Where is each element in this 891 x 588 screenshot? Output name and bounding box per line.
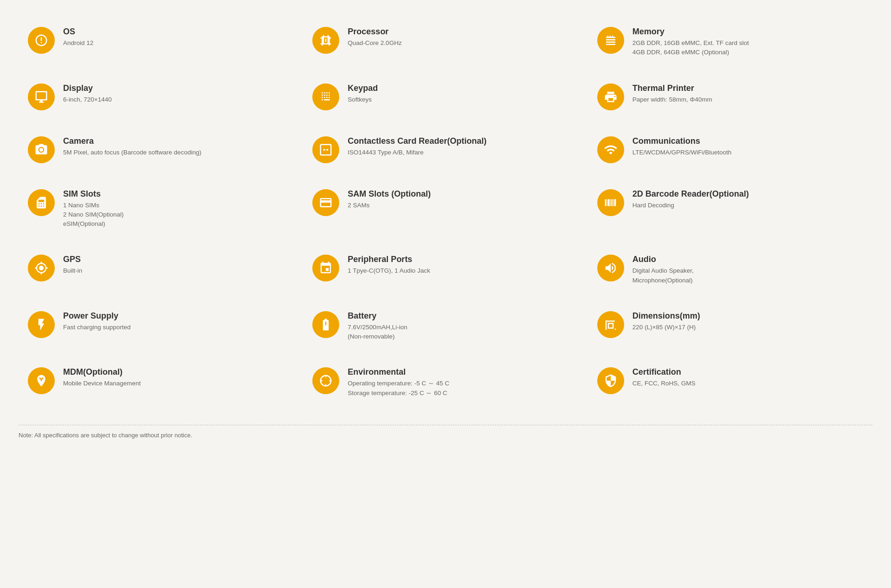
dimensions-icon [597, 311, 624, 338]
spec-title-sim: SIM Slots [63, 189, 124, 199]
ports-icon [312, 255, 339, 281]
sim-icon [28, 189, 55, 216]
spec-title-gps: GPS [63, 255, 82, 264]
spec-desc-barcode: Hard Decoding [633, 201, 749, 210]
spec-item-sim: SIM Slots1 Nano SIMs2 Nano SIM(Optional)… [19, 176, 303, 242]
nfc-icon [312, 136, 339, 163]
spec-item-processor: ProcessorQuad-Core 2.0GHz [303, 14, 588, 70]
spec-desc-audio: Digital Audio Speaker,Microphone(Optiona… [633, 266, 694, 285]
os-icon [28, 27, 55, 54]
spec-desc-ports: 1 Tpye-C(OTG), 1 Audio Jack [348, 266, 430, 275]
spec-desc-os: Android 12 [63, 38, 93, 48]
audio-icon [597, 255, 624, 281]
spec-desc-communications: LTE/WCDMA/GPRS/WiFi/Bluetooth [633, 148, 732, 157]
spec-item-camera: Camera5M Pixel, auto focus (Barcode soft… [19, 123, 303, 176]
spec-title-power: Power Supply [63, 311, 131, 321]
processor-icon [312, 27, 339, 54]
spec-item-audio: AudioDigital Audio Speaker,Microphone(Op… [588, 242, 872, 298]
barcode-icon [597, 189, 624, 216]
spec-item-memory: Memory2GB DDR, 16GB eMMC, Ext. TF card s… [588, 14, 872, 70]
signal-icon [597, 136, 624, 163]
spec-desc-memory: 2GB DDR, 16GB eMMC, Ext. TF card slot4GB… [633, 38, 749, 58]
certification-icon [597, 367, 624, 394]
spec-item-environmental: EnvironmentalOperating temperature: -5 C… [303, 354, 588, 411]
spec-item-battery: Battery7.6V/2500mAH,Li-ion(Non-removable… [303, 298, 588, 355]
spec-item-contactless: Contactless Card Reader(Optional)ISO1444… [303, 123, 588, 176]
spec-item-os: OSAndroid 12 [19, 14, 303, 70]
spec-desc-sam: 2 SAMs [348, 201, 431, 210]
spec-title-memory: Memory [633, 27, 749, 37]
power-icon [28, 311, 55, 338]
spec-item-keypad: KeypadSoftkeys [303, 70, 588, 123]
spec-desc-sim: 1 Nano SIMs2 Nano SIM(Optional)eSIM(Opti… [63, 201, 124, 229]
spec-title-display: Display [63, 83, 112, 93]
note-text: Note: All specifications are subject to … [19, 425, 872, 439]
spec-item-sam: SAM Slots (Optional)2 SAMs [303, 176, 588, 242]
spec-title-sam: SAM Slots (Optional) [348, 189, 431, 199]
spec-item-gps: GPSBuilt-in [19, 242, 303, 298]
spec-desc-mdm: Mobile Device Management [63, 379, 141, 388]
spec-title-dimensions: Dimensions(mm) [633, 311, 700, 321]
battery-icon [312, 311, 339, 338]
spec-item-dimensions: Dimensions(mm)220 (L)×85 (W)×17 (H) [588, 298, 872, 355]
environmental-icon [312, 367, 339, 394]
spec-title-environmental: Environmental [348, 367, 449, 377]
spec-title-keypad: Keypad [348, 83, 378, 93]
spec-item-ports: Peripheral Ports1 Tpye-C(OTG), 1 Audio J… [303, 242, 588, 298]
spec-desc-dimensions: 220 (L)×85 (W)×17 (H) [633, 323, 700, 332]
mdm-icon [28, 367, 55, 394]
spec-desc-thermal-printer: Paper width: 58mm, Φ40mm [633, 95, 712, 104]
spec-title-processor: Processor [348, 27, 401, 37]
spec-title-certification: Certification [633, 367, 696, 377]
gps-icon [28, 255, 55, 281]
spec-title-audio: Audio [633, 255, 694, 264]
printer-icon [597, 83, 624, 110]
spec-title-os: OS [63, 27, 93, 37]
spec-title-ports: Peripheral Ports [348, 255, 430, 264]
camera-icon [28, 136, 55, 163]
memory-icon [597, 27, 624, 54]
spec-title-mdm: MDM(Optional) [63, 367, 141, 377]
spec-desc-display: 6-inch, 720×1440 [63, 95, 112, 104]
spec-desc-certification: CE, FCC, RoHS, GMS [633, 379, 696, 388]
spec-desc-camera: 5M Pixel, auto focus (Barcode software d… [63, 148, 201, 157]
spec-desc-power: Fast charging supported [63, 323, 131, 332]
spec-item-display: Display6-inch, 720×1440 [19, 70, 303, 123]
specs-grid: OSAndroid 12ProcessorQuad-Core 2.0GHzMem… [19, 14, 872, 411]
spec-desc-processor: Quad-Core 2.0GHz [348, 38, 401, 48]
spec-title-thermal-printer: Thermal Printer [633, 83, 712, 93]
spec-desc-environmental: Operating temperature: -5 C ～ 45 CStorag… [348, 379, 449, 398]
spec-title-communications: Communications [633, 136, 732, 146]
spec-desc-keypad: Softkeys [348, 95, 378, 104]
spec-item-barcode: 2D Barcode Reader(Optional)Hard Decoding [588, 176, 872, 242]
spec-title-contactless: Contactless Card Reader(Optional) [348, 136, 486, 146]
sam-icon [312, 189, 339, 216]
spec-item-certification: CertificationCE, FCC, RoHS, GMS [588, 354, 872, 411]
spec-item-power: Power SupplyFast charging supported [19, 298, 303, 355]
display-icon [28, 83, 55, 110]
spec-item-mdm: MDM(Optional)Mobile Device Management [19, 354, 303, 411]
keypad-icon [312, 83, 339, 110]
spec-desc-battery: 7.6V/2500mAH,Li-ion(Non-removable) [348, 323, 407, 342]
spec-title-camera: Camera [63, 136, 201, 146]
spec-desc-gps: Built-in [63, 266, 82, 275]
spec-title-battery: Battery [348, 311, 407, 321]
spec-item-thermal-printer: Thermal PrinterPaper width: 58mm, Φ40mm [588, 70, 872, 123]
spec-title-barcode: 2D Barcode Reader(Optional) [633, 189, 749, 199]
spec-item-communications: CommunicationsLTE/WCDMA/GPRS/WiFi/Blueto… [588, 123, 872, 176]
spec-desc-contactless: ISO14443 Type A/B, Mifare [348, 148, 486, 157]
